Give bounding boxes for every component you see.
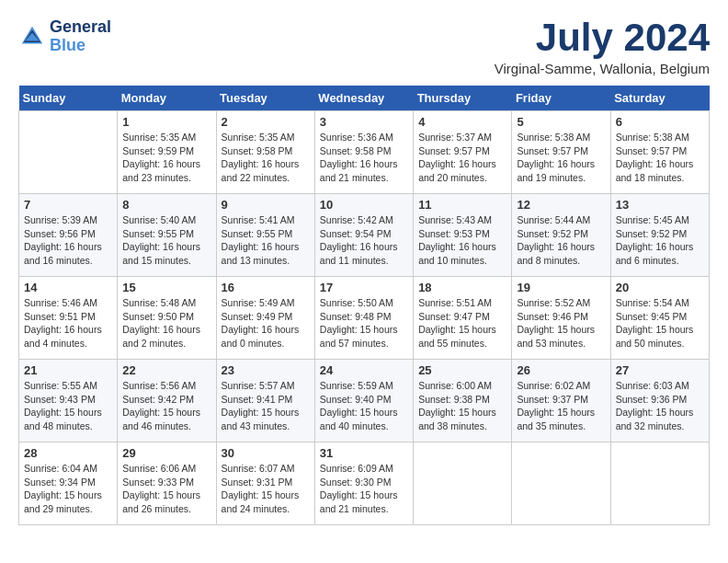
calendar-cell — [414, 442, 512, 525]
day-number: 3 — [320, 115, 408, 129]
day-info: Sunrise: 5:36 AMSunset: 9:58 PMDaylight:… — [320, 131, 408, 185]
calendar-cell: 28Sunrise: 6:04 AMSunset: 9:34 PMDayligh… — [19, 442, 118, 525]
day-number: 13 — [616, 198, 704, 212]
logo-text: General Blue — [50, 18, 111, 55]
day-info: Sunrise: 5:39 AMSunset: 9:56 PMDaylight:… — [24, 213, 112, 268]
calendar-cell: 9Sunrise: 5:41 AMSunset: 9:55 PMDaylight… — [216, 194, 314, 277]
weekday-header-tuesday: Tuesday — [216, 86, 314, 111]
weekday-header-saturday: Saturday — [610, 86, 709, 111]
calendar-cell: 25Sunrise: 6:00 AMSunset: 9:38 PMDayligh… — [414, 360, 512, 442]
weekday-header-monday: Monday — [118, 86, 216, 111]
calendar-cell: 24Sunrise: 5:59 AMSunset: 9:40 PMDayligh… — [314, 360, 413, 442]
day-info: Sunrise: 6:04 AMSunset: 9:34 PMDaylight:… — [24, 462, 112, 516]
day-info: Sunrise: 5:35 AMSunset: 9:58 PMDaylight:… — [222, 131, 310, 185]
day-info: Sunrise: 5:46 AMSunset: 9:51 PMDaylight:… — [24, 296, 112, 350]
day-number: 17 — [320, 281, 408, 294]
day-number: 1 — [122, 115, 210, 129]
day-number: 16 — [222, 281, 310, 294]
day-info: Sunrise: 5:38 AMSunset: 9:57 PMDaylight:… — [616, 131, 704, 185]
week-row-1: 1Sunrise: 5:35 AMSunset: 9:59 PMDaylight… — [19, 111, 710, 194]
day-info: Sunrise: 6:02 AMSunset: 9:37 PMDaylight:… — [517, 379, 605, 433]
day-info: Sunrise: 5:51 AMSunset: 9:47 PMDaylight:… — [418, 296, 506, 350]
calendar-cell — [610, 442, 709, 525]
calendar-cell: 2Sunrise: 5:35 AMSunset: 9:58 PMDaylight… — [216, 111, 314, 194]
day-number: 21 — [24, 363, 112, 377]
week-row-2: 7Sunrise: 5:39 AMSunset: 9:56 PMDaylight… — [19, 194, 710, 277]
day-info: Sunrise: 5:50 AMSunset: 9:48 PMDaylight:… — [320, 296, 408, 350]
calendar-cell: 16Sunrise: 5:49 AMSunset: 9:49 PMDayligh… — [216, 277, 314, 360]
day-info: Sunrise: 6:06 AMSunset: 9:33 PMDaylight:… — [122, 462, 210, 516]
day-number: 18 — [418, 281, 506, 294]
day-number: 31 — [320, 446, 408, 460]
day-info: Sunrise: 6:07 AMSunset: 9:31 PMDaylight:… — [222, 462, 310, 516]
calendar-cell: 1Sunrise: 5:35 AMSunset: 9:59 PMDaylight… — [118, 111, 216, 194]
location: Virginal-Samme, Wallonia, Belgium — [495, 61, 710, 76]
title-area: July 2024 Virginal-Samme, Wallonia, Belg… — [495, 18, 710, 76]
day-info: Sunrise: 5:49 AMSunset: 9:49 PMDaylight:… — [222, 296, 310, 350]
day-number: 27 — [616, 363, 704, 377]
day-number: 2 — [222, 115, 310, 129]
calendar-cell: 11Sunrise: 5:43 AMSunset: 9:53 PMDayligh… — [414, 194, 512, 277]
day-number: 25 — [418, 363, 506, 377]
calendar-cell: 17Sunrise: 5:50 AMSunset: 9:48 PMDayligh… — [314, 277, 413, 360]
day-number: 5 — [517, 115, 605, 129]
day-info: Sunrise: 5:41 AMSunset: 9:55 PMDaylight:… — [222, 213, 310, 268]
calendar-cell: 13Sunrise: 5:45 AMSunset: 9:52 PMDayligh… — [610, 194, 709, 277]
calendar-cell: 20Sunrise: 5:54 AMSunset: 9:45 PMDayligh… — [610, 277, 709, 360]
day-number: 15 — [122, 281, 210, 294]
day-number: 6 — [616, 115, 704, 129]
calendar-cell: 22Sunrise: 5:56 AMSunset: 9:42 PMDayligh… — [118, 360, 216, 442]
day-number: 28 — [24, 446, 112, 460]
day-info: Sunrise: 5:57 AMSunset: 9:41 PMDaylight:… — [222, 379, 310, 433]
day-number: 12 — [517, 198, 605, 212]
day-info: Sunrise: 5:55 AMSunset: 9:43 PMDaylight:… — [24, 379, 112, 433]
day-number: 29 — [122, 446, 210, 460]
day-number: 19 — [517, 281, 605, 294]
week-row-3: 14Sunrise: 5:46 AMSunset: 9:51 PMDayligh… — [19, 277, 710, 360]
calendar-cell: 14Sunrise: 5:46 AMSunset: 9:51 PMDayligh… — [19, 277, 118, 360]
month-title: July 2024 — [495, 18, 710, 57]
day-number: 22 — [122, 363, 210, 377]
week-row-4: 21Sunrise: 5:55 AMSunset: 9:43 PMDayligh… — [19, 360, 710, 442]
day-info: Sunrise: 5:45 AMSunset: 9:52 PMDaylight:… — [616, 213, 704, 268]
calendar-cell: 21Sunrise: 5:55 AMSunset: 9:43 PMDayligh… — [19, 360, 118, 442]
calendar-cell: 4Sunrise: 5:37 AMSunset: 9:57 PMDaylight… — [414, 111, 512, 194]
day-info: Sunrise: 5:54 AMSunset: 9:45 PMDaylight:… — [616, 296, 704, 350]
calendar-cell — [512, 442, 610, 525]
day-number: 24 — [320, 363, 408, 377]
calendar-cell: 19Sunrise: 5:52 AMSunset: 9:46 PMDayligh… — [512, 277, 610, 360]
day-info: Sunrise: 5:40 AMSunset: 9:55 PMDaylight:… — [122, 213, 210, 268]
week-row-5: 28Sunrise: 6:04 AMSunset: 9:34 PMDayligh… — [19, 442, 710, 525]
day-number: 23 — [222, 363, 310, 377]
calendar-cell: 23Sunrise: 5:57 AMSunset: 9:41 PMDayligh… — [216, 360, 314, 442]
day-info: Sunrise: 5:59 AMSunset: 9:40 PMDaylight:… — [320, 379, 408, 433]
weekday-header-thursday: Thursday — [414, 86, 512, 111]
calendar-cell: 27Sunrise: 6:03 AMSunset: 9:36 PMDayligh… — [610, 360, 709, 442]
day-info: Sunrise: 5:48 AMSunset: 9:50 PMDaylight:… — [122, 296, 210, 350]
calendar-cell: 6Sunrise: 5:38 AMSunset: 9:57 PMDaylight… — [610, 111, 709, 194]
day-info: Sunrise: 5:56 AMSunset: 9:42 PMDaylight:… — [122, 379, 210, 433]
page-header: General Blue July 2024 Virginal-Samme, W… — [18, 18, 710, 76]
calendar-cell: 31Sunrise: 6:09 AMSunset: 9:30 PMDayligh… — [314, 442, 413, 525]
day-info: Sunrise: 5:37 AMSunset: 9:57 PMDaylight:… — [418, 131, 506, 185]
day-info: Sunrise: 5:38 AMSunset: 9:57 PMDaylight:… — [517, 131, 605, 185]
calendar-cell: 18Sunrise: 5:51 AMSunset: 9:47 PMDayligh… — [414, 277, 512, 360]
day-number: 10 — [320, 198, 408, 212]
weekday-header-row: SundayMondayTuesdayWednesdayThursdayFrid… — [19, 86, 710, 111]
day-info: Sunrise: 5:43 AMSunset: 9:53 PMDaylight:… — [418, 213, 506, 268]
day-info: Sunrise: 6:09 AMSunset: 9:30 PMDaylight:… — [320, 462, 408, 516]
calendar-cell — [19, 111, 118, 194]
day-number: 14 — [24, 281, 112, 294]
calendar-cell: 12Sunrise: 5:44 AMSunset: 9:52 PMDayligh… — [512, 194, 610, 277]
day-info: Sunrise: 6:03 AMSunset: 9:36 PMDaylight:… — [616, 379, 704, 433]
calendar-cell: 15Sunrise: 5:48 AMSunset: 9:50 PMDayligh… — [118, 277, 216, 360]
day-number: 26 — [517, 363, 605, 377]
calendar-cell: 8Sunrise: 5:40 AMSunset: 9:55 PMDaylight… — [118, 194, 216, 277]
weekday-header-sunday: Sunday — [19, 86, 118, 111]
calendar-cell: 10Sunrise: 5:42 AMSunset: 9:54 PMDayligh… — [314, 194, 413, 277]
day-number: 8 — [122, 198, 210, 212]
day-number: 30 — [222, 446, 310, 460]
calendar-cell: 26Sunrise: 6:02 AMSunset: 9:37 PMDayligh… — [512, 360, 610, 442]
day-number: 4 — [418, 115, 506, 129]
calendar-table: SundayMondayTuesdayWednesdayThursdayFrid… — [18, 86, 710, 525]
